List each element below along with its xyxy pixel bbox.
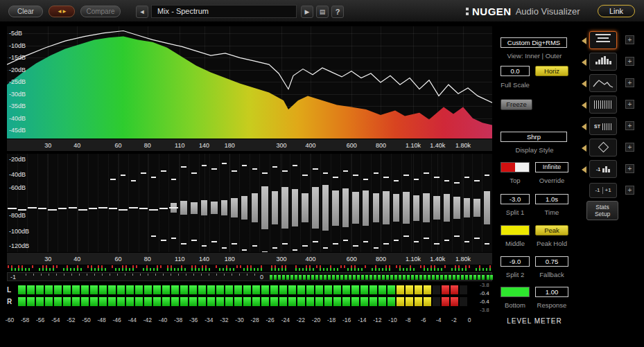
link-button[interactable]: Link: [598, 5, 635, 17]
histogram-bar: [413, 195, 420, 221]
horiz-toggle-button[interactable]: Horiz: [535, 66, 568, 76]
view-preset-row: StatsSetup: [580, 201, 644, 220]
correlation-segment: [320, 275, 322, 280]
meter-scale-label: -54: [51, 317, 60, 323]
band-activity-tick-green: [354, 268, 356, 271]
correlation-meter[interactable]: -1 0: [7, 272, 492, 281]
compare-button[interactable]: Compare: [80, 6, 121, 17]
band-activity-tick-green: [18, 268, 19, 271]
preset-expand-arrow-icon[interactable]: [582, 80, 586, 87]
histogram-display[interactable]: -20dB-40dB-60dB-80dB-100dB-120dB 3040608…: [7, 154, 492, 265]
view-preset-correlation-meter-icon[interactable]: -1: [589, 160, 617, 178]
histogram-level-marker: [98, 207, 107, 208]
fallback-field[interactable]: 0.75: [535, 256, 568, 267]
histogram-bar: [352, 192, 359, 223]
add-view-icon[interactable]: +: [625, 143, 634, 152]
add-view-icon[interactable]: +: [625, 57, 634, 66]
top-color-swatch[interactable]: [501, 162, 530, 172]
add-view-icon[interactable]: +: [625, 186, 634, 195]
view-mode-label: View: Inner | Outer: [496, 52, 573, 60]
split1-field[interactable]: -3.0: [501, 194, 530, 204]
peak-hold-button[interactable]: Peak: [535, 225, 568, 235]
stats-setup-button[interactable]: StatsSetup: [586, 201, 618, 220]
histogram-bar: [281, 187, 288, 229]
view-preset-stereo-meter-icon[interactable]: ST: [589, 117, 617, 135]
band-activity-tick-green: [219, 268, 220, 271]
add-view-icon[interactable]: +: [625, 100, 634, 109]
histogram-bottom-marker: [403, 235, 409, 237]
histogram-bar: [322, 185, 329, 230]
clear-button[interactable]: Clear: [8, 6, 43, 17]
level-meter-title: LEVEL METER: [496, 317, 573, 325]
band-activity-tick-red: [396, 265, 397, 268]
range-toggle-button[interactable]: -1+1: [589, 183, 617, 198]
help-button[interactable]: ?: [331, 6, 344, 18]
histogram-top-marker: [121, 175, 126, 176]
correlation-segment: [307, 275, 310, 280]
band-activity-tick-red: [430, 265, 432, 268]
preset-expand-arrow-icon[interactable]: [582, 166, 586, 173]
band-activity-tick-green: [28, 268, 30, 271]
mode-select[interactable]: Custom Dig+RMS: [501, 37, 567, 48]
view-preset-spectrum-curve-icon[interactable]: [589, 74, 617, 92]
meter-segment: [72, 285, 80, 294]
brand-logo: NUGEN Audio Visualizer: [466, 4, 580, 18]
infinite-button[interactable]: Infinite: [535, 162, 568, 172]
swap-arrows-icon[interactable]: ◄►: [49, 6, 75, 17]
meter-segment: [378, 285, 386, 294]
previous-preset-icon[interactable]: ◄: [136, 6, 148, 18]
add-view-icon[interactable]: +: [625, 35, 634, 44]
histogram-level-marker: [129, 207, 138, 208]
add-view-icon[interactable]: +: [625, 164, 634, 173]
meter-segment: [171, 285, 179, 294]
correlation-segment: [311, 275, 314, 280]
band-activity-tick-green: [261, 268, 262, 271]
correlation-segment: [365, 275, 368, 280]
meter-scale-label: 0: [468, 317, 471, 323]
play-icon[interactable]: ▶: [301, 6, 313, 18]
stats-setup-label: Stats: [587, 204, 618, 211]
add-view-icon[interactable]: +: [625, 78, 634, 87]
full-scale-field[interactable]: 0.0: [501, 66, 530, 76]
band-activity-tick-green: [73, 268, 75, 271]
split2-field[interactable]: -9.0: [501, 256, 530, 267]
histogram-top-marker: [171, 179, 177, 180]
freeze-button[interactable]: Freeze: [501, 99, 532, 110]
meter-scale-label: -12: [373, 317, 381, 323]
view-preset-layout-lines-icon[interactable]: [589, 31, 617, 49]
band-activity-tick-green: [11, 268, 12, 271]
band-activity-tick-green: [174, 268, 175, 271]
meter-scale-label: -18: [327, 317, 336, 323]
view-preset-histogram-icon[interactable]: [589, 53, 617, 71]
histogram-bottom-marker: [333, 243, 338, 244]
meter-segment: [243, 297, 251, 306]
band-activity-tick-green: [399, 268, 401, 271]
middle-color-swatch[interactable]: [501, 225, 530, 235]
view-preset-row: +: [580, 53, 644, 72]
view-preset-vectorscope-icon[interactable]: [589, 139, 617, 157]
preset-name-field[interactable]: Mix - Spectrum: [151, 5, 297, 18]
histogram-frequency-scale: 304060801101401803004006008001.10k1.40k1…: [7, 252, 492, 265]
display-style-select[interactable]: Shrp: [501, 132, 567, 142]
preset-expand-arrow-icon[interactable]: [582, 123, 586, 130]
histogram-level-marker: [149, 209, 158, 211]
band-activity-tick-green: [476, 268, 477, 271]
preset-list-icon[interactable]: ▤: [316, 6, 329, 18]
preset-expand-arrow-icon[interactable]: [582, 145, 586, 152]
add-view-icon[interactable]: +: [625, 121, 634, 130]
preset-expand-arrow-icon[interactable]: [582, 59, 586, 66]
band-activity-tick-green: [413, 268, 415, 271]
bottom-color-swatch[interactable]: [501, 287, 530, 297]
meter-scale-label: -36: [189, 317, 198, 323]
meter-scale-label: -30: [235, 317, 243, 323]
band-activity-tick-red: [340, 265, 342, 268]
correlation-segment: [403, 275, 406, 280]
time-field[interactable]: 1.0s: [535, 194, 568, 204]
response-field[interactable]: 1.00: [535, 287, 568, 297]
preset-expand-arrow-icon[interactable]: [582, 37, 586, 44]
view-preset-spectrogram-icon[interactable]: [589, 96, 617, 114]
meter-segment: [207, 297, 215, 306]
spectrum-display[interactable]: -5dB-10dB-15dB-20dB-25dB-30dB-35dB-40dB-…: [7, 26, 492, 151]
preset-expand-arrow-icon[interactable]: [582, 102, 586, 109]
band-activity-tick-green: [125, 268, 127, 271]
